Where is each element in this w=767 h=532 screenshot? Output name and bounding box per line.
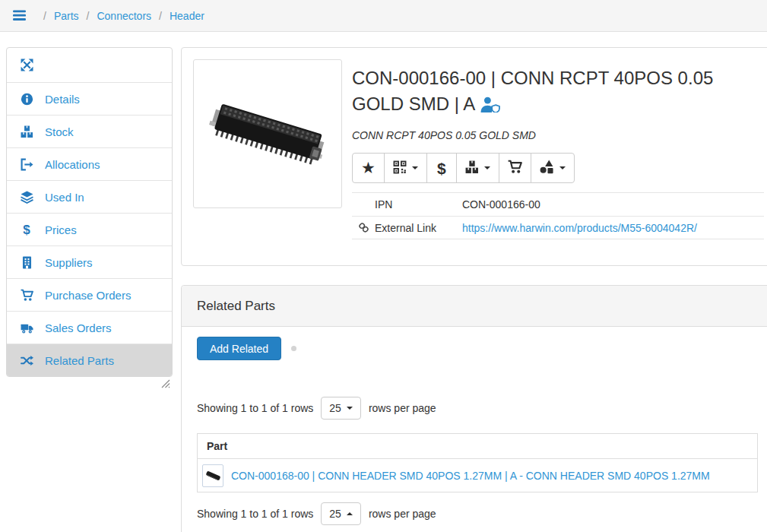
sidebar: Details Stock Allocations — [6, 47, 173, 377]
detail-label: External Link — [375, 222, 462, 234]
pagination-top: Showing 1 to 1 of 1 rows 25 rows per pag… — [197, 397, 758, 420]
sidebar-item-label: Stock — [45, 125, 74, 138]
shapes-icon — [540, 160, 554, 176]
page-size-dropdown[interactable]: 25 — [321, 397, 361, 420]
detail-value-ipn: CON-000166-00 — [462, 198, 540, 211]
add-related-button[interactable]: Add Related — [197, 337, 281, 360]
building-icon — [18, 256, 35, 269]
shopping-cart-icon — [508, 160, 522, 176]
sidebar-resize-handle[interactable] — [161, 378, 170, 391]
page-size-dropdown[interactable]: 25 — [321, 502, 361, 525]
info-circle-icon — [18, 93, 35, 106]
hamburger-menu-icon[interactable] — [13, 10, 27, 21]
part-details-table: IPN CON-000166-00 External Link https://… — [352, 192, 764, 239]
shopping-cart-icon — [18, 289, 35, 302]
sidebar-item-prices[interactable]: $ Prices — [7, 213, 172, 245]
showing-rows-text: Showing 1 to 1 of 1 rows — [197, 402, 313, 414]
stock-actions-button[interactable] — [456, 153, 499, 183]
sidebar-item-suppliers[interactable]: Suppliers — [7, 245, 172, 278]
sidebar-item-label: Sales Orders — [45, 321, 112, 334]
layers-icon — [18, 191, 35, 204]
breadcrumb-parts[interactable]: Parts — [54, 10, 79, 22]
expand-arrows-icon — [18, 59, 35, 71]
related-part-link[interactable]: CON-000168-00 | CONN HEADER SMD 40POS 1.… — [231, 470, 710, 482]
part-description: CONN RCPT 40POS 0.05 GOLD SMD — [352, 129, 764, 141]
status-dot-icon — [291, 346, 296, 351]
qr-code-icon — [393, 160, 407, 176]
table-row: CON-000168-00 | CONN HEADER SMD 40POS 1.… — [198, 459, 757, 492]
caret-down-icon — [347, 407, 353, 410]
related-parts-panel: Related Parts Add Related Showing 1 to 1… — [181, 285, 767, 532]
sidebar-item-sales-orders[interactable]: Sales Orders — [7, 311, 172, 344]
pricing-button[interactable]: $ — [426, 153, 457, 183]
rows-per-page-text: rows per page — [369, 508, 436, 520]
connector-thumb-image — [205, 470, 220, 480]
component-actions-button[interactable] — [531, 153, 575, 183]
star-icon: ★ — [361, 160, 376, 176]
page-title: CON-000166-00 | CONN RCPT 40POS 0.05 GOL… — [352, 65, 736, 119]
shuffle-icon — [18, 354, 35, 367]
part-thumbnail[interactable] — [202, 464, 223, 487]
sidebar-item-stock[interactable]: Stock — [7, 115, 172, 147]
rows-per-page-text: rows per page — [369, 402, 436, 414]
sidebar-item-label: Suppliers — [45, 256, 93, 269]
sidebar-item-label: Allocations — [45, 158, 100, 171]
user-shield-icon — [480, 96, 500, 116]
detail-row-external-link: External Link https://www.harwin.com/pro… — [352, 216, 764, 239]
showing-rows-text: Showing 1 to 1 of 1 rows — [197, 508, 313, 520]
detail-label: IPN — [375, 198, 462, 211]
caret-up-icon — [347, 512, 353, 515]
sidebar-item-details[interactable]: Details — [7, 82, 172, 115]
sidebar-item-expand[interactable] — [7, 48, 172, 82]
barcode-actions-button[interactable] — [384, 153, 427, 183]
sidebar-item-allocations[interactable]: Allocations — [7, 147, 172, 180]
sidebar-item-used-in[interactable]: Used In — [7, 180, 172, 213]
breadcrumb-header[interactable]: Header — [170, 10, 204, 22]
breadcrumb-separator: / — [43, 10, 46, 22]
favorite-button[interactable]: ★ — [352, 153, 385, 183]
breadcrumb-separator: / — [159, 10, 162, 22]
table-header-part[interactable]: Part — [198, 433, 757, 459]
truck-icon — [18, 321, 35, 334]
related-parts-table: Part CON-000168-00 | CONN HEADER SMD 40P… — [197, 433, 758, 492]
caret-down-icon — [412, 166, 418, 169]
part-image[interactable] — [193, 59, 342, 208]
boxes-icon — [465, 160, 479, 176]
part-action-toolbar: ★ — [352, 153, 575, 183]
sidebar-item-label: Related Parts — [45, 354, 114, 367]
pagination-bottom: Showing 1 to 1 of 1 rows 25 rows per pag… — [197, 502, 758, 525]
purchase-button[interactable] — [499, 153, 531, 183]
sidebar-item-label: Used In — [45, 191, 84, 204]
sidebar-item-related-parts[interactable]: Related Parts — [7, 344, 172, 376]
part-details-panel: CON-000166-00 | CONN RCPT 40POS 0.05 GOL… — [181, 47, 767, 266]
dollar-icon: $ — [18, 223, 35, 236]
breadcrumb-separator: / — [87, 10, 90, 22]
breadcrumb: / Parts / Connectors / Header — [36, 10, 204, 22]
external-link[interactable]: https://www.harwin.com/products/M55-6004… — [462, 222, 697, 234]
boxes-icon — [18, 125, 35, 138]
sidebar-item-label: Details — [45, 93, 80, 106]
caret-down-icon — [484, 166, 490, 169]
breadcrumb-bar: / Parts / Connectors / Header — [0, 0, 767, 32]
dollar-icon: $ — [437, 160, 446, 176]
related-parts-heading: Related Parts — [182, 286, 767, 327]
sidebar-item-purchase-orders[interactable]: Purchase Orders — [7, 278, 172, 311]
sidebar-item-label: Purchase Orders — [45, 289, 131, 302]
sidebar-item-label: Prices — [45, 223, 77, 236]
link-icon — [352, 222, 375, 233]
breadcrumb-connectors[interactable]: Connectors — [97, 10, 151, 22]
detail-row-ipn: IPN CON-000166-00 — [352, 192, 764, 216]
sign-out-icon — [18, 158, 35, 171]
caret-down-icon — [559, 166, 566, 169]
